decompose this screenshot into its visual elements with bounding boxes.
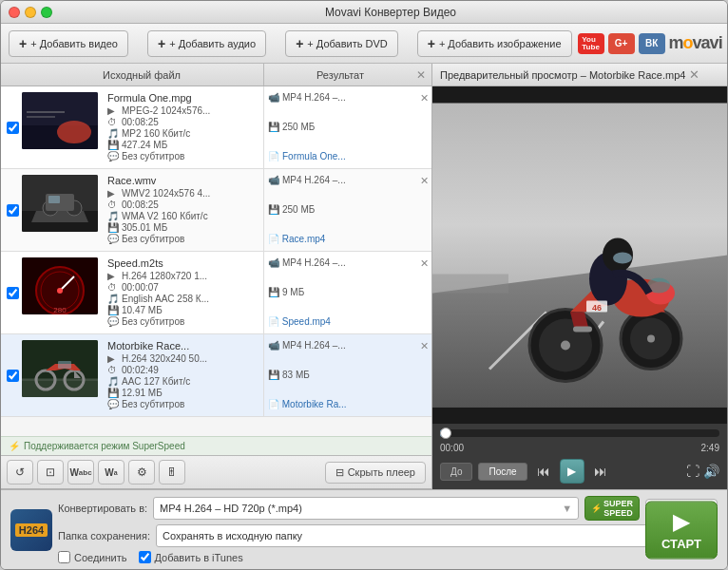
- clock-icon: ⏱: [107, 365, 119, 375]
- add-dvd-button[interactable]: + + Добавить DVD: [285, 30, 398, 57]
- crop-button[interactable]: ⊡: [37, 460, 64, 484]
- delete-file-button[interactable]: ✕: [416, 252, 431, 333]
- preview-panel: Предварительный просмотр – Motorbike Rac…: [432, 64, 727, 489]
- file-checkbox[interactable]: [1, 169, 22, 251]
- delete-file-button[interactable]: ✕: [416, 169, 431, 251]
- source-info: Formula One.mpg ▶MPEG-2 1024x576... ⏱00:…: [104, 86, 264, 168]
- file-checkbox[interactable]: [1, 86, 22, 168]
- svg-rect-19: [22, 378, 98, 397]
- delete-file-button[interactable]: ✕: [416, 86, 431, 168]
- close-all-icon[interactable]: ✕: [416, 68, 431, 82]
- output-file-link[interactable]: 📄: [268, 151, 279, 162]
- add-image-label: + Добавить изображение: [439, 38, 562, 49]
- add-audio-button[interactable]: + + Добавить аудио: [147, 30, 266, 57]
- minimize-button[interactable]: [25, 7, 36, 18]
- hide-player-button[interactable]: ⊟ Скрыть плеер: [325, 462, 426, 484]
- preview-header: Предварительный просмотр – Motorbike Rac…: [432, 64, 727, 86]
- subtitles-src: Без субтитров: [122, 399, 184, 409]
- audio-adjust-button[interactable]: 🎚: [159, 460, 185, 484]
- progress-bar[interactable]: [440, 429, 719, 437]
- folder-input[interactable]: Сохранять в исходную папку ▼: [156, 524, 661, 547]
- svg-rect-3: [27, 111, 65, 113]
- codec-src: WMV2 1024x576 4...: [122, 188, 210, 199]
- format-badge: H264: [10, 509, 52, 551]
- join-checkbox[interactable]: [58, 551, 70, 563]
- watermark-button[interactable]: Wabc: [67, 460, 94, 484]
- table-row: Formula One.mpg ▶MPEG-2 1024x576... ⏱00:…: [1, 86, 431, 169]
- output-file-link[interactable]: 📄 Speed.mp4: [268, 316, 331, 327]
- main-toolbar: + + Добавить видео + + Добавить аудио + …: [1, 24, 727, 64]
- audio-icon: 🎵: [107, 211, 119, 221]
- size-icon: 💾: [268, 204, 279, 215]
- maximize-button[interactable]: [41, 7, 52, 18]
- subtitles-src: Без субтитров: [122, 151, 184, 162]
- tab-after[interactable]: После: [478, 463, 527, 481]
- size-icon: 💾: [268, 370, 279, 380]
- output-file-link[interactable]: 📄 Motorbike Ra...: [268, 399, 347, 409]
- output-file-link[interactable]: 📄 Race.mp4: [268, 234, 325, 244]
- bottom-toolbar: ↺ ⊡ Wabc Wa ⚙ 🎚 ⊟ Скрыть плеер: [1, 455, 431, 489]
- result-info: 📹MP4 H.264 –... 💾9 МБ 📄 Speed.mp4: [264, 252, 416, 333]
- preview-video: 46: [432, 86, 727, 424]
- fullscreen-button[interactable]: ⛶: [686, 464, 699, 479]
- codec-src: H.264 1280x720 1...: [122, 271, 207, 281]
- svg-rect-23: [58, 361, 71, 369]
- source-info: Motorbike Race... ▶H.264 320x240 50... ⏱…: [104, 334, 264, 416]
- delete-file-button[interactable]: ✕: [416, 334, 431, 416]
- size-icon: 💾: [107, 305, 119, 315]
- close-button[interactable]: [9, 7, 20, 18]
- svg-rect-43: [573, 327, 592, 332]
- codec-dst: MP4 H.264 –...: [282, 92, 346, 103]
- text-button[interactable]: Wa: [98, 460, 125, 484]
- superspeed-banner: ⚡ Поддерживается режим SuperSpeed: [1, 436, 431, 455]
- file-thumbnail: [22, 92, 98, 149]
- codec-dst: MP4 H.264 –...: [282, 257, 346, 268]
- duration: 00:08:25: [122, 117, 159, 127]
- source-info: Race.wmv ▶WMV2 1024x576 4... ⏱00:08:25 🎵…: [104, 169, 264, 251]
- itunes-checkbox[interactable]: [139, 551, 151, 563]
- gplus-button[interactable]: G+: [608, 33, 635, 54]
- join-checkbox-label[interactable]: Соединить: [58, 551, 127, 563]
- audio-src: English AAC 258 К...: [122, 294, 209, 304]
- sub-icon: 💬: [107, 399, 119, 409]
- rewind-button[interactable]: ⏮: [533, 462, 554, 481]
- output-filename[interactable]: Formula One...: [282, 151, 346, 162]
- add-video-label: + Добавить видео: [30, 38, 118, 49]
- play-button[interactable]: ▶: [560, 459, 584, 484]
- audio-src: MP2 160 Кбит/с: [122, 128, 190, 139]
- start-arrow-icon: ▶: [673, 509, 689, 534]
- fast-forward-button[interactable]: ⏭: [590, 462, 611, 481]
- size-icon: 💾: [107, 388, 119, 398]
- start-button[interactable]: ▶ СТАРТ: [645, 501, 718, 559]
- size-src: 12.91 МБ: [122, 388, 163, 398]
- video-icon: 📹: [268, 175, 279, 185]
- add-video-button[interactable]: + + Добавить видео: [9, 30, 128, 57]
- effects-button[interactable]: ⚙: [128, 460, 155, 484]
- codec-icon: ▶: [107, 105, 119, 116]
- youtube-button[interactable]: YouTube: [578, 33, 604, 54]
- time-current: 00:00: [440, 443, 464, 453]
- hide-player-label: Скрыть плеер: [348, 466, 415, 478]
- itunes-checkbox-label[interactable]: Добавить в iTunes: [139, 551, 243, 563]
- tab-before[interactable]: До: [440, 463, 472, 481]
- start-button-area: ▶ СТАРТ: [645, 501, 718, 559]
- audio-icon: 🎵: [107, 128, 119, 139]
- size-src: 10.47 МБ: [122, 305, 163, 315]
- file-checkbox[interactable]: [1, 252, 22, 333]
- add-image-button[interactable]: + + Добавить изображение: [417, 30, 572, 57]
- codec-icon: ▶: [107, 353, 119, 364]
- file-thumbnail: [22, 175, 98, 232]
- video-icon: 📹: [268, 92, 279, 103]
- file-thumbnail: 280: [22, 257, 98, 314]
- file-checkbox[interactable]: [1, 334, 22, 416]
- sub-icon: 💬: [107, 316, 119, 327]
- refresh-button[interactable]: ↺: [7, 460, 33, 484]
- filename: Race.wmv: [107, 175, 259, 186]
- join-label: Соединить: [74, 552, 127, 563]
- vk-button[interactable]: ВК: [639, 33, 665, 54]
- preview-close-button[interactable]: ✕: [689, 67, 699, 82]
- superspeed-button[interactable]: ⚡ SUPERSPEED: [584, 496, 640, 521]
- progress-handle[interactable]: [440, 428, 451, 439]
- svg-point-34: [647, 335, 655, 343]
- volume-button[interactable]: 🔊: [703, 464, 719, 479]
